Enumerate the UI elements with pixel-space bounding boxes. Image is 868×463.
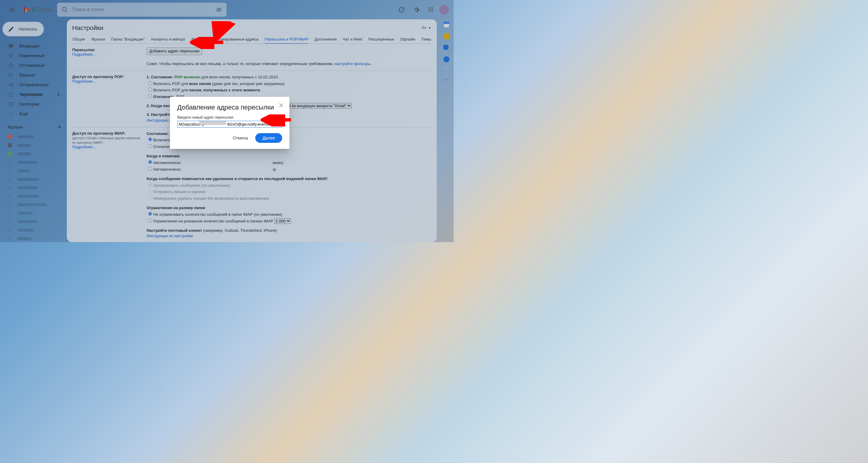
imap-del-archive[interactable]: Архивировать сообщение (по умолчанию): [147, 183, 230, 187]
nav-item-sent[interactable]: Отправленные: [0, 80, 67, 90]
label-subitem[interactable]: ›: [0, 234, 67, 242]
tab-9[interactable]: Офлайн: [400, 35, 415, 44]
pop-enable-now[interactable]: Включить POP для писем, полученных с это…: [147, 88, 260, 92]
tab-4[interactable]: Фильтры и заблокированные адреса: [191, 35, 258, 44]
tab-2[interactable]: Папка "Входящие": [111, 35, 145, 44]
add-label-button[interactable]: +: [58, 124, 61, 131]
tab-3[interactable]: Аккаунты и импорт: [151, 35, 185, 44]
label-item[interactable]: [0, 133, 67, 141]
label-color-icon: [8, 152, 12, 156]
nav-item-draft[interactable]: Черновики1: [0, 90, 67, 99]
contacts-app-icon[interactable]: [443, 56, 450, 62]
imap-auto2[interactable]: Автоматическо: [147, 167, 181, 172]
pop-status: POP включен: [174, 75, 200, 79]
settings-button[interactable]: [410, 4, 422, 16]
svg-point-13: [432, 11, 433, 12]
nav-item-important[interactable]: Важные: [0, 70, 67, 80]
label-item[interactable]: [0, 141, 67, 149]
modal-close-button[interactable]: [277, 101, 286, 110]
gmail-logo[interactable]: Gmail: [24, 6, 52, 13]
modal-cancel-button[interactable]: Отмена: [228, 133, 253, 143]
side-panel: +: [439, 19, 454, 242]
forwarding-address-input[interactable]: [177, 121, 282, 128]
nav-item-more[interactable]: Ещё: [0, 109, 67, 119]
nav-item-inbox[interactable]: Входящие: [0, 41, 67, 51]
imap-del-immediate[interactable]: Немедленно удалить письмо без возможност…: [147, 196, 269, 201]
nav-item-category[interactable]: Категории: [0, 99, 67, 109]
chevron-right-icon: ›: [8, 211, 12, 215]
hamburger-icon: [9, 6, 16, 13]
add-forwarding-address-button[interactable]: Добавить адрес пересылки: [147, 48, 202, 55]
label-color-icon: [8, 143, 12, 147]
nav-item-clock[interactable]: Отложенные: [0, 60, 67, 70]
label-subitem[interactable]: ›: [0, 209, 67, 217]
pop-learn-more[interactable]: Подробнее…: [72, 79, 96, 84]
chevron-right-icon: ›: [8, 236, 12, 241]
pop-enable-all[interactable]: Включить POP для всех писем (даже для те…: [147, 81, 285, 86]
label-subitem[interactable]: ›: [0, 183, 67, 192]
chevron-right-icon: ›: [8, 228, 12, 232]
gmail-logo-icon: [24, 6, 34, 13]
tab-6[interactable]: Дополнения: [314, 35, 337, 44]
tab-0[interactable]: Общие: [72, 35, 85, 44]
configure-filters-link[interactable]: настройте фильтры: [334, 61, 370, 66]
imap-del-trash[interactable]: Отправить письмо в корзину: [147, 190, 206, 194]
imap-auto1[interactable]: Автоматическо: [147, 161, 181, 165]
header-right: ?: [396, 4, 449, 16]
tab-5[interactable]: Пересылка и POP/IMAP: [265, 35, 309, 44]
imap-learn-more[interactable]: Подробнее…: [72, 145, 96, 149]
label-subitem[interactable]: ›: [0, 175, 67, 183]
calendar-app-icon[interactable]: [443, 22, 450, 28]
apps-button[interactable]: [425, 4, 437, 16]
account-avatar[interactable]: [439, 5, 449, 15]
svg-point-1: [217, 9, 219, 10]
help-button[interactable]: ?: [396, 4, 408, 16]
language-picker[interactable]: Pv ▼: [422, 26, 431, 30]
get-addons-button[interactable]: +: [440, 74, 453, 86]
menu-button[interactable]: [5, 2, 19, 17]
sent-icon: [8, 82, 14, 88]
label-subitem[interactable]: ›: [0, 158, 67, 167]
imap-instructions-link[interactable]: Инструкции по настройке: [147, 234, 193, 238]
svg-point-8: [429, 9, 430, 10]
search-bar[interactable]: [57, 3, 226, 17]
forwarding-learn-more[interactable]: Подробнее…: [72, 52, 96, 57]
settings-tabs: ОбщиеЯрлыкиПапка "Входящие"Аккаунты и им…: [72, 35, 431, 44]
tasks-app-icon[interactable]: [443, 45, 450, 51]
search-icon: [61, 6, 68, 13]
rail-divider: [443, 68, 450, 68]
label-subitem[interactable]: ›: [0, 192, 67, 200]
pencil-icon: [8, 26, 14, 32]
modal-next-button[interactable]: Далее: [255, 133, 282, 143]
imap-size-unlimited[interactable]: Не ограничивать количество сообщений в п…: [147, 212, 282, 217]
nav-item-star[interactable]: Помеченные: [0, 51, 67, 60]
label-subitem[interactable]: ›: [0, 200, 67, 209]
label-subitem[interactable]: ›: [0, 226, 67, 234]
chevron-right-icon: ›: [8, 168, 12, 173]
important-icon: [8, 72, 14, 78]
pop-heading: Доступ по протоколу POP:: [72, 75, 124, 79]
page-title: Настройки: [72, 24, 103, 31]
svg-point-12: [430, 11, 431, 12]
label-subitem[interactable]: ›: [0, 167, 67, 175]
compose-button[interactable]: Написать: [2, 22, 44, 36]
imap-subheading: (доступ к Gmail с помощью других клиенто…: [72, 136, 140, 144]
gear-icon: [413, 6, 420, 13]
tab-1[interactable]: Ярлыки: [91, 35, 105, 44]
add-forwarding-address-dialog: Добавление адреса пересылки Введите новы…: [170, 97, 289, 149]
chevron-right-icon: ›: [8, 177, 12, 181]
search-input[interactable]: [72, 7, 216, 13]
keep-app-icon[interactable]: [443, 33, 450, 39]
svg-point-2: [218, 10, 220, 12]
label-color-icon: [8, 135, 12, 139]
draft-icon: [8, 91, 14, 97]
imap-size-select[interactable]: 1 000: [274, 218, 291, 224]
tab-7[interactable]: Чат и Meet: [343, 35, 362, 44]
imap-size-limited[interactable]: Ограничение на указанное количество сооб…: [147, 219, 273, 223]
search-options-icon[interactable]: [216, 6, 222, 13]
svg-point-5: [429, 7, 430, 8]
label-subitem[interactable]: ›: [0, 217, 67, 226]
tab-8[interactable]: Расширенные: [368, 35, 394, 44]
tab-10[interactable]: Темы: [421, 35, 431, 44]
label-item[interactable]: [0, 149, 67, 158]
